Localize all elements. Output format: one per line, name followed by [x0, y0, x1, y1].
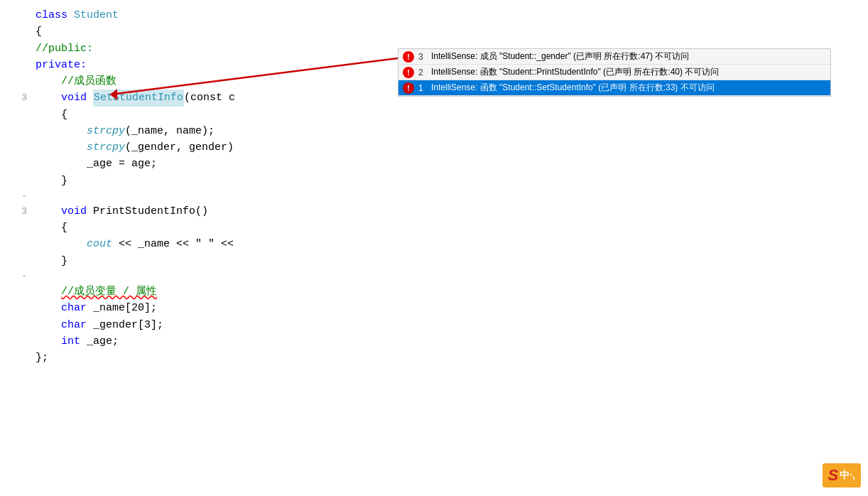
- code-token: //成员变量 / 属性: [61, 284, 157, 300]
- code-token: //public:: [36, 41, 93, 57]
- code-token: int: [61, 333, 80, 350]
- code-line: strcpy (_gender, gender): [0, 139, 868, 156]
- intellisense-popup: ! 3 IntelliSense: 成员 "Student::_gender" …: [398, 48, 831, 97]
- error-number: 3: [418, 52, 427, 62]
- code-line: {: [0, 107, 868, 123]
- error-number: 1: [418, 83, 427, 93]
- code-line: strcpy (_name, name);: [0, 123, 868, 139]
- code-line: {: [0, 23, 868, 40]
- code-token: Student: [74, 7, 119, 23]
- code-line: {: [0, 220, 868, 236]
- error-message: IntelliSense: 成员 "Student::_gender" (已声明…: [431, 50, 689, 63]
- code-token: [36, 236, 87, 252]
- code-token: [36, 300, 61, 316]
- code-line: //成员变量 / 属性: [0, 284, 868, 300]
- code-token: [36, 73, 61, 90]
- code-token: [36, 333, 61, 350]
- line-number: 3: [6, 205, 27, 219]
- code-token: [67, 7, 74, 23]
- code-token: //成员函数: [61, 73, 116, 90]
- code-token: {: [36, 23, 42, 40]
- code-token: }: [36, 173, 67, 189]
- code-line: _age = age;: [0, 156, 868, 172]
- code-token: {: [36, 220, 67, 236]
- code-token: _name[20];: [87, 300, 157, 316]
- code-token: strcpy: [87, 139, 125, 156]
- error-message: IntelliSense: 函数 "Student::PrintStudentI…: [431, 66, 719, 78]
- code-token: (const c: [184, 90, 235, 106]
- code-line: 3 void PrintStudentInfo(): [0, 203, 868, 220]
- code-line: int _age;: [0, 333, 868, 350]
- code-line: char _name[20];: [0, 300, 868, 316]
- sogou-s-letter: S: [828, 466, 839, 485]
- code-token: void: [61, 203, 87, 220]
- error-icon: !: [403, 82, 414, 94]
- error-icon: !: [403, 51, 414, 63]
- code-token: }: [36, 253, 67, 269]
- code-token: strcpy: [87, 123, 125, 139]
- code-token: [36, 203, 61, 220]
- code-token: _gender[3];: [87, 317, 163, 333]
- line-number: 3: [6, 91, 27, 105]
- code-editor: class Student { //public: private: //成员函…: [0, 0, 868, 496]
- code-token: [36, 284, 61, 300]
- code-line: };: [0, 350, 868, 366]
- code-token: private:: [36, 57, 87, 73]
- code-token: _age;: [80, 333, 119, 350]
- code-token: (_name, name);: [125, 123, 215, 139]
- code-token: [36, 123, 87, 139]
- code-token: [36, 139, 87, 156]
- code-line: }: [0, 173, 868, 189]
- code-token: char: [61, 300, 87, 316]
- code-token: [36, 90, 61, 106]
- intellisense-row[interactable]: ! 2 IntelliSense: 函数 "Student::PrintStud…: [398, 65, 830, 80]
- code-token: };: [36, 350, 48, 366]
- code-token: _age = age;: [36, 156, 157, 172]
- error-message: IntelliSense: 函数 "Student::SetStudentInf…: [431, 82, 715, 94]
- intellisense-row-selected[interactable]: ! 1 IntelliSense: 函数 "Student::SetStuden…: [398, 80, 830, 96]
- intellisense-row[interactable]: ! 3 IntelliSense: 成员 "Student::_gender" …: [398, 49, 830, 65]
- line-number: -: [6, 189, 27, 203]
- code-line: -: [0, 189, 868, 203]
- code-line: -: [0, 269, 868, 284]
- code-line: }: [0, 253, 868, 269]
- code-token: (_gender, gender): [125, 139, 234, 156]
- error-number: 2: [418, 68, 427, 77]
- code-token: << _name << " " <<: [112, 236, 234, 252]
- code-token: PrintStudentInfo(): [87, 203, 208, 220]
- line-number: -: [6, 269, 27, 284]
- code-line: cout << _name << " " <<: [0, 236, 868, 252]
- code-token: [87, 90, 93, 106]
- code-token: SetStudentInfo: [93, 90, 184, 106]
- code-token: [36, 317, 61, 333]
- error-icon: !: [403, 67, 414, 78]
- code-token: char: [61, 317, 87, 333]
- code-token: cout: [87, 236, 112, 252]
- code-token: {: [36, 107, 67, 123]
- code-line: char _gender[3];: [0, 317, 868, 333]
- code-line: class Student: [0, 7, 868, 23]
- sogou-label: 中·,: [840, 469, 855, 482]
- code-token: void: [61, 90, 87, 106]
- sogou-input-indicator: S 中·,: [823, 463, 861, 487]
- code-token: class: [36, 7, 67, 23]
